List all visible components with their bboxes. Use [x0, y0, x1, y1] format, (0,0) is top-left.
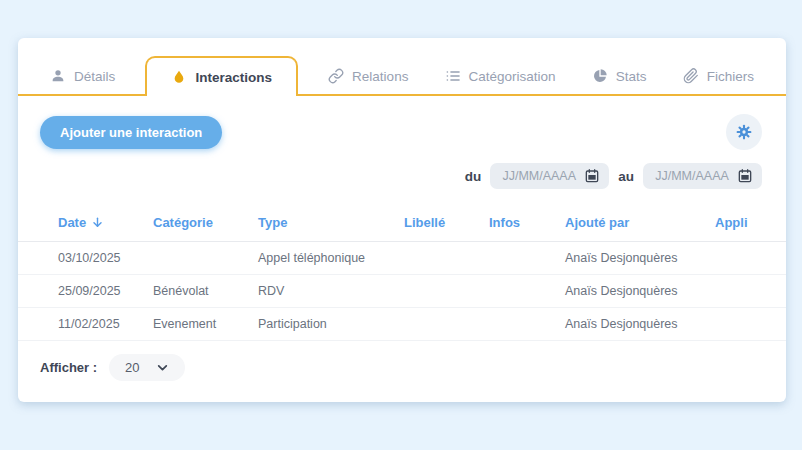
tab-label: Relations	[352, 69, 408, 84]
date-to-label: au	[618, 169, 634, 184]
cell-date: 11/02/2025	[58, 317, 153, 331]
cell-categorie: Evenement	[153, 317, 258, 331]
cell-ajoute-par: Anaïs Desjonquères	[565, 317, 715, 331]
tab-bar: Détails Interactions Relations Catégoris…	[18, 38, 786, 96]
date-to-box	[643, 163, 762, 189]
tab-fichiers[interactable]: Fichiers	[677, 56, 760, 96]
tab-label: Détails	[74, 69, 115, 84]
list-icon	[445, 68, 461, 84]
tab-label: Interactions	[195, 70, 272, 85]
tab-interactions[interactable]: Interactions	[145, 56, 298, 96]
date-from-label: du	[465, 169, 482, 184]
table-body: 03/10/2025 Appel téléphonique Anaïs Desj…	[18, 242, 786, 341]
column-header-infos[interactable]: Infos	[489, 215, 565, 230]
date-filters: du au	[18, 150, 786, 189]
cell-ajoute-par: Anaïs Desjonquères	[565, 284, 715, 298]
settings-button[interactable]	[726, 114, 762, 150]
toolbar: Ajouter une interaction	[18, 96, 786, 150]
date-from-box	[490, 163, 609, 189]
paperclip-icon	[683, 68, 699, 84]
cell-ajoute-par: Anaïs Desjonquères	[565, 251, 715, 265]
column-header-ajoute-par[interactable]: Ajouté par	[565, 215, 715, 230]
chevron-down-icon	[156, 361, 169, 374]
tab-stats[interactable]: Stats	[586, 56, 653, 96]
add-interaction-button[interactable]: Ajouter une interaction	[40, 116, 222, 149]
cell-date: 03/10/2025	[58, 251, 153, 265]
table-row[interactable]: 25/09/2025 Bénévolat RDV Anaïs Desjonquè…	[18, 275, 786, 308]
tab-label: Fichiers	[707, 69, 754, 84]
cell-date: 25/09/2025	[58, 284, 153, 298]
interactions-panel: Détails Interactions Relations Catégoris…	[18, 38, 786, 402]
calendar-icon[interactable]	[584, 168, 600, 184]
pie-chart-icon	[592, 68, 608, 84]
column-header-date[interactable]: Date	[58, 215, 153, 230]
page-size-value: 20	[125, 360, 139, 375]
tab-label: Catégorisation	[469, 69, 556, 84]
date-to-input[interactable]	[652, 169, 732, 183]
table-header: Date Catégorie Type Libellé Infos Ajouté…	[18, 207, 786, 242]
arrow-down-icon	[91, 216, 104, 229]
column-header-libelle[interactable]: Libellé	[404, 215, 489, 230]
page-size-label: Afficher :	[40, 360, 97, 375]
tab-label: Stats	[616, 69, 647, 84]
link-icon	[328, 68, 344, 84]
tab-categorisation[interactable]: Catégorisation	[439, 56, 562, 96]
cell-type: RDV	[258, 284, 404, 298]
user-icon	[50, 68, 66, 84]
table-row[interactable]: 11/02/2025 Evenement Participation Anaïs…	[18, 308, 786, 341]
cell-type: Participation	[258, 317, 404, 331]
page-size-select[interactable]: 20	[109, 354, 184, 381]
table-row[interactable]: 03/10/2025 Appel téléphonique Anaïs Desj…	[18, 242, 786, 275]
calendar-icon[interactable]	[737, 168, 753, 184]
gear-icon	[735, 123, 753, 141]
tab-relations[interactable]: Relations	[322, 56, 414, 96]
column-header-type[interactable]: Type	[258, 215, 404, 230]
column-header-appli[interactable]: Appli	[715, 215, 748, 230]
cell-type: Appel téléphonique	[258, 251, 404, 265]
interactions-table: Date Catégorie Type Libellé Infos Ajouté…	[18, 207, 786, 341]
table-footer: Afficher : 20	[18, 341, 786, 381]
tab-details[interactable]: Détails	[44, 56, 121, 96]
column-header-categorie[interactable]: Catégorie	[153, 215, 258, 230]
date-from-input[interactable]	[499, 169, 579, 183]
cell-categorie: Bénévolat	[153, 284, 258, 298]
flame-icon	[171, 69, 187, 85]
